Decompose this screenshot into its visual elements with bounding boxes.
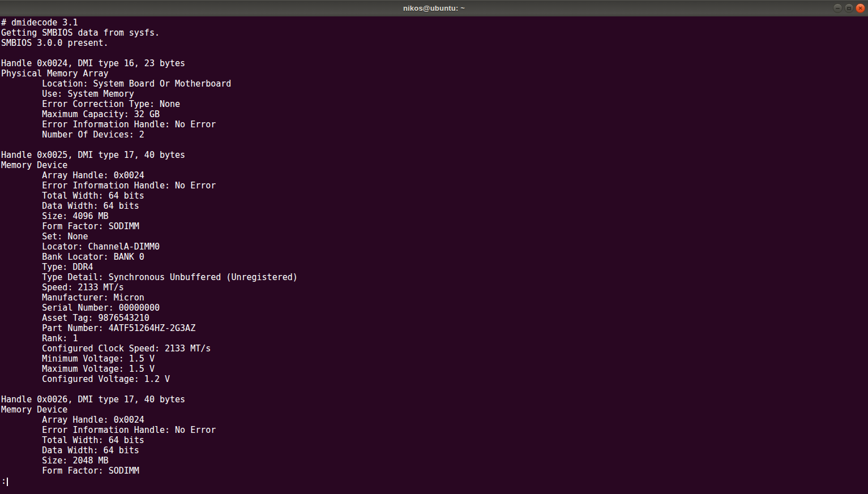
window-controls: ✕ — [833, 0, 865, 16]
maximize-icon — [847, 7, 851, 10]
window-title: nikos@ubuntu: ~ — [403, 4, 465, 12]
pager-prompt: : — [1, 476, 6, 486]
minimize-icon — [836, 8, 840, 9]
maximize-button[interactable] — [844, 3, 854, 13]
minimize-button[interactable] — [833, 3, 843, 13]
close-button[interactable]: ✕ — [856, 3, 865, 13]
terminal-output: # dmidecode 3.1 Getting SMBIOS data from… — [1, 18, 868, 476]
terminal-screen[interactable]: # dmidecode 3.1 Getting SMBIOS data from… — [0, 16, 868, 494]
terminal-window: nikos@ubuntu: ~ ✕ # dmidecode 3.1 Gettin… — [0, 0, 868, 494]
pager-prompt-line: : — [1, 476, 868, 486]
close-icon: ✕ — [858, 5, 862, 11]
window-titlebar[interactable]: nikos@ubuntu: ~ ✕ — [0, 0, 868, 16]
text-cursor — [7, 478, 8, 486]
